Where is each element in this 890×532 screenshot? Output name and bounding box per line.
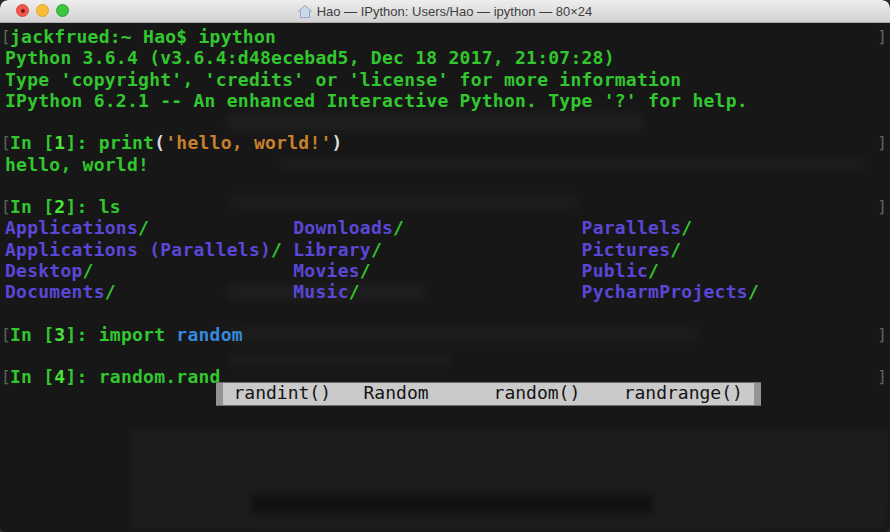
terminal-line <box>0 175 890 196</box>
title-area: Hao — IPython: Users/Hao — ipython — 80×… <box>298 4 593 19</box>
prompt-mark-right: ] <box>877 196 887 217</box>
completion-menu-margin <box>754 383 761 405</box>
traffic-lights <box>16 4 69 17</box>
terminal-line <box>0 451 890 472</box>
completion-item-random[interactable]: random() <box>494 383 581 403</box>
prompt-mark-left: [ <box>1 196 11 217</box>
prompt-mark-right: ] <box>877 132 887 153</box>
terminal-line: [In [1]: print('hello, world!')] <box>0 132 890 153</box>
terminal-line <box>0 494 890 515</box>
terminal-line: [jackfrued:~ Hao$ ipython] <box>0 26 890 47</box>
terminal-line <box>0 515 890 532</box>
terminal-screen[interactable]: [jackfrued:~ Hao$ ipython]Python 3.6.4 (… <box>0 23 890 532</box>
terminal-line: Applications/ Downloads/ Parallels/ <box>0 217 890 238</box>
prompt-mark-left: [ <box>1 324 11 345</box>
terminal-window: Hao — IPython: Users/Hao — ipython — 80×… <box>0 0 890 532</box>
close-button[interactable] <box>16 4 29 17</box>
completion-menu[interactable]: randint()Randomrandom()randrange() <box>216 382 761 406</box>
close-dot-icon <box>21 9 25 13</box>
completion-items: randint()Randomrandom()randrange() <box>223 383 754 405</box>
terminal-line: Desktop/ Movies/ Public/ <box>0 260 890 281</box>
terminal-line: Python 3.6.4 (v3.6.4:d48ecebad5, Dec 18 … <box>0 47 890 68</box>
completion-item-randint[interactable]: randint() <box>233 383 331 403</box>
minimize-button[interactable] <box>36 4 49 17</box>
home-folder-icon <box>298 5 312 18</box>
prompt-mark-left: [ <box>1 132 11 153</box>
zoom-button[interactable] <box>56 4 69 17</box>
terminal-line <box>0 472 890 493</box>
terminal-line: [In [3]: import random] <box>0 324 890 345</box>
terminal-output: [jackfrued:~ Hao$ ipython]Python 3.6.4 (… <box>0 26 890 532</box>
terminal-line <box>0 111 890 132</box>
completion-item-randrange[interactable]: randrange() <box>624 383 743 403</box>
terminal-line: hello, world! <box>0 154 890 175</box>
prompt-mark-right: ] <box>877 324 887 345</box>
terminal-line: [In [2]: ls] <box>0 196 890 217</box>
prompt-mark-right: ] <box>877 26 887 47</box>
terminal-line <box>0 430 890 451</box>
terminal-line: IPython 6.2.1 -- An enhanced Interactive… <box>0 90 890 111</box>
terminal-line <box>0 345 890 366</box>
terminal-line <box>0 302 890 323</box>
terminal-line <box>0 409 890 430</box>
prompt-mark-left: [ <box>1 26 11 47</box>
terminal-line: Applications (Parallels)/ Library/ Pictu… <box>0 239 890 260</box>
completion-item-Random[interactable]: Random <box>364 383 429 403</box>
terminal-line: randint()Randomrandom()randrange() <box>0 387 890 408</box>
window-title: Hao — IPython: Users/Hao — ipython — 80×… <box>317 4 593 19</box>
prompt-mark-left: [ <box>1 366 11 387</box>
terminal-line: Documents/ Music/ PycharmProjects/ <box>0 281 890 302</box>
prompt-mark-right: ] <box>877 366 887 387</box>
terminal-line: Type 'copyright', 'credits' or 'license'… <box>0 69 890 90</box>
window-titlebar[interactable]: Hao — IPython: Users/Hao — ipython — 80×… <box>0 0 890 23</box>
completion-menu-margin <box>216 383 223 405</box>
